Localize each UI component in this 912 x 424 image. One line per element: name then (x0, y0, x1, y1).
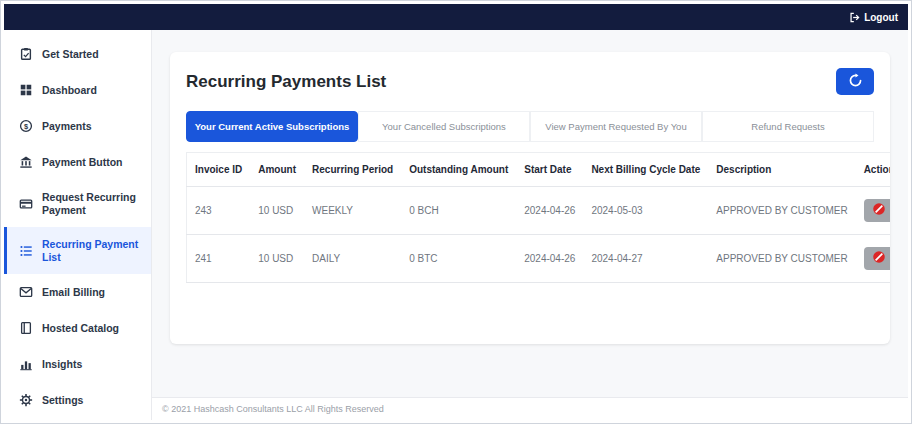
svg-text:$: $ (24, 122, 29, 131)
sidebar-item-payments[interactable]: $ Payments (4, 108, 151, 144)
sidebar-item-get-started[interactable]: Get Started (4, 36, 151, 72)
column-header-action: Action (856, 153, 890, 187)
sidebar-item-insights[interactable]: Insights (4, 346, 151, 382)
gear-icon (19, 393, 33, 407)
column-header-next-billing-cycle-date: Next Billing Cycle Date (583, 153, 708, 187)
cell-invoice-id: 243 (187, 187, 251, 235)
cancel-subscription-button[interactable] (864, 247, 890, 270)
bank-icon (19, 155, 33, 169)
sidebar: Get Started Dashboard $ Payments Payment… (4, 30, 152, 420)
subscription-tabs: Your Current Active Subscriptions Your C… (186, 111, 874, 142)
cell-next-billing-cycle-date: 2024-05-03 (583, 187, 708, 235)
cell-outstanding-amount: 0 BTC (401, 235, 516, 283)
app-body: Get Started Dashboard $ Payments Payment… (4, 30, 908, 420)
recurring-payments-card: Recurring Payments List Your Current Act… (170, 52, 890, 344)
column-header-invoice-id: Invoice ID (187, 153, 251, 187)
footer: © 2021 Hashcash Consultants LLC All Righ… (152, 397, 908, 420)
dashboard-grid-icon (19, 83, 33, 97)
sidebar-item-label: Hosted Catalog (42, 322, 119, 335)
column-header-start-date: Start Date (516, 153, 583, 187)
get-started-icon (19, 47, 33, 61)
subscriptions-table: Invoice ID Amount Recurring Period Outst… (186, 152, 890, 283)
no-entry-icon (872, 250, 886, 267)
table-row: 243 10 USD WEEKLY 0 BCH 2024-04-26 2024-… (187, 187, 891, 235)
column-header-recurring-period: Recurring Period (304, 153, 401, 187)
cell-outstanding-amount: 0 BCH (401, 187, 516, 235)
sidebar-item-label: Request Recurring Payment (42, 191, 141, 216)
tab-payment-requested-by-you[interactable]: View Payment Requested By You (530, 111, 702, 142)
logout-icon (849, 12, 860, 23)
cell-description: APPROVED BY CUSTOMER (708, 235, 855, 283)
sidebar-item-label: Dashboard (42, 84, 97, 97)
table-header-row: Invoice ID Amount Recurring Period Outst… (187, 153, 891, 187)
cell-next-billing-cycle-date: 2024-04-27 (583, 235, 708, 283)
sidebar-item-label: Insights (42, 358, 82, 371)
page-title: Recurring Payments List (186, 72, 386, 92)
sidebar-item-label: Get Started (42, 48, 99, 61)
logout-button[interactable]: Logout (849, 12, 898, 23)
sidebar-item-dashboard[interactable]: Dashboard (4, 72, 151, 108)
column-header-outstanding-amount: Outstanding Amount (401, 153, 516, 187)
cell-start-date: 2024-04-26 (516, 187, 583, 235)
cell-description: APPROVED BY CUSTOMER (708, 187, 855, 235)
catalog-book-icon (19, 321, 33, 335)
tab-refund-requests[interactable]: Refund Requests (702, 111, 874, 142)
table-row: 241 10 USD DAILY 0 BTC 2024-04-26 2024-0… (187, 235, 891, 283)
logout-label: Logout (864, 12, 898, 23)
sidebar-item-label: Recurring Payment List (42, 238, 141, 263)
bar-chart-icon (19, 357, 33, 371)
sidebar-item-request-recurring-payment[interactable]: Request Recurring Payment (4, 180, 151, 227)
cell-recurring-period: DAILY (304, 235, 401, 283)
sidebar-item-label: Email Billing (42, 286, 105, 299)
main-content: Recurring Payments List Your Current Act… (152, 30, 908, 420)
sidebar-item-email-billing[interactable]: Email Billing (4, 274, 151, 310)
sidebar-item-recurring-payment-list[interactable]: Recurring Payment List (4, 227, 151, 274)
sidebar-item-hosted-catalog[interactable]: Hosted Catalog (4, 310, 151, 346)
tab-cancelled-subscriptions[interactable]: Your Cancelled Subscriptions (358, 111, 530, 142)
history-button[interactable] (836, 68, 874, 95)
cell-invoice-id: 241 (187, 235, 251, 283)
app-window: Logout Get Started Dashboard $ (0, 0, 912, 424)
copyright-text: © 2021 Hashcash Consultants LLC All Righ… (162, 404, 384, 414)
sidebar-item-label: Payments (42, 120, 92, 133)
list-icon (19, 244, 33, 258)
sidebar-item-settings[interactable]: Settings (4, 382, 151, 418)
sidebar-item-label: Settings (42, 394, 83, 407)
email-icon (19, 285, 33, 299)
column-header-description: Description (708, 153, 855, 187)
top-header: Logout (4, 4, 908, 30)
cell-start-date: 2024-04-26 (516, 235, 583, 283)
card-request-icon (19, 197, 33, 211)
cancel-subscription-button[interactable] (864, 199, 890, 222)
tab-current-active-subscriptions[interactable]: Your Current Active Subscriptions (186, 111, 358, 142)
column-header-amount: Amount (250, 153, 304, 187)
cell-amount: 10 USD (250, 235, 304, 283)
cell-recurring-period: WEEKLY (304, 187, 401, 235)
cell-amount: 10 USD (250, 187, 304, 235)
history-icon (848, 73, 863, 91)
no-entry-icon (872, 202, 886, 219)
sidebar-item-label: Payment Button (42, 156, 123, 169)
sidebar-item-payment-button[interactable]: Payment Button (4, 144, 151, 180)
dollar-circle-icon: $ (19, 119, 33, 133)
